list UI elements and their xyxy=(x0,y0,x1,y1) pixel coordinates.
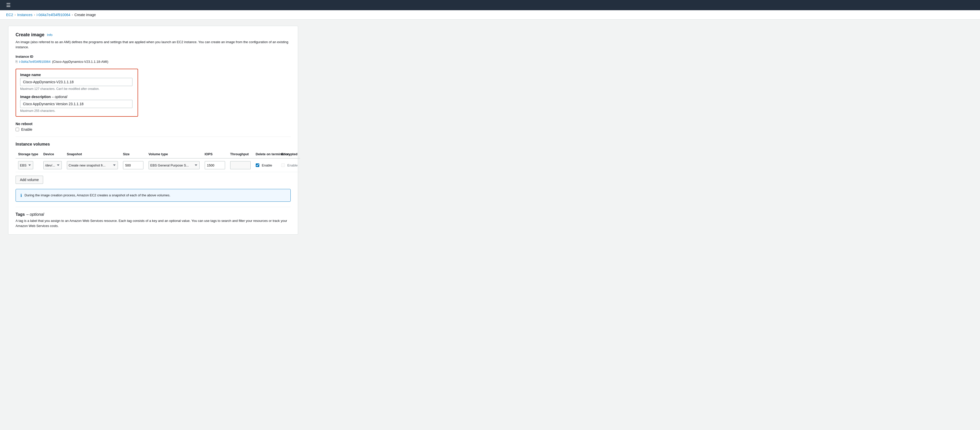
cell-snapshot: Create new snapshot fr... xyxy=(64,158,121,172)
page-description: An image (also referred to as an AMI) de… xyxy=(16,40,291,49)
volumes-section: Instance volumes Storage type Device Sna… xyxy=(16,142,291,184)
col-header-throughput: Throughput xyxy=(228,150,253,158)
top-nav: ☰ xyxy=(0,0,980,10)
info-box: ℹ During the image creation process, Ama… xyxy=(16,189,291,202)
info-link[interactable]: Info xyxy=(47,33,52,37)
device-select[interactable]: /dev/... xyxy=(43,161,62,169)
image-description-input[interactable] xyxy=(20,100,132,108)
col-header-volume-type: Volume type xyxy=(146,150,202,158)
divider-volumes xyxy=(16,137,291,137)
col-header-size: Size xyxy=(121,150,146,158)
cell-device: /dev/... xyxy=(41,158,64,172)
cell-size xyxy=(121,158,146,172)
volumes-table: Storage type Device Snapshot Size Volume… xyxy=(16,150,300,172)
table-header-row: Storage type Device Snapshot Size Volume… xyxy=(16,150,300,158)
breadcrumb-instance-id[interactable]: i-0d4a7e4f34f910064 xyxy=(37,13,70,17)
breadcrumb: EC2 › Instances › i-0d4a7e4f34f910064 › … xyxy=(0,10,980,20)
throughput-input[interactable] xyxy=(230,161,251,169)
delete-on-termination-checkbox[interactable] xyxy=(256,163,259,167)
image-name-input[interactable] xyxy=(20,78,132,86)
instance-id-label: Instance ID xyxy=(16,55,291,59)
tags-title: Tags – optional xyxy=(16,212,291,217)
image-description-label: Image description – optional xyxy=(20,95,134,99)
iops-input[interactable] xyxy=(205,161,225,169)
add-volume-button[interactable]: Add volume xyxy=(16,176,43,184)
info-box-text: During the image creation process, Amazo… xyxy=(24,193,170,198)
cell-throughput xyxy=(228,158,253,172)
no-reboot-section: No reboot Enable xyxy=(16,122,291,132)
main-content: Create image Info An image (also referre… xyxy=(0,20,306,241)
section-header: Create image Info xyxy=(16,32,291,38)
snapshot-select[interactable]: Create new snapshot fr... xyxy=(67,161,118,169)
instance-id-section: Instance ID ⎘ i-0d4a7e4f34f910064 (Cisco… xyxy=(16,55,291,64)
instance-name-text: (Cisco-AppDynamics-V23.1.1.18-AMI) xyxy=(52,60,108,64)
breadcrumb-instances[interactable]: Instances xyxy=(17,13,32,17)
volume-type-select[interactable]: EBS General Purpose S... xyxy=(148,161,200,169)
copy-icon[interactable]: ⎘ xyxy=(16,59,18,64)
no-reboot-checkbox[interactable] xyxy=(16,128,19,131)
no-reboot-checkbox-row: Enable xyxy=(16,127,291,132)
cell-storage-type: EBS xyxy=(16,158,41,172)
volumes-title: Instance volumes xyxy=(16,142,291,147)
cell-iops xyxy=(202,158,228,172)
cell-delete-on-termination: Enable xyxy=(253,158,279,172)
instance-id-link[interactable]: i-0d4a7e4f34f910064 xyxy=(19,60,51,64)
hamburger-menu[interactable]: ☰ xyxy=(4,1,13,9)
breadcrumb-sep-2: › xyxy=(34,13,35,17)
info-box-icon: ℹ xyxy=(21,193,22,198)
cell-encrypted: Enable xyxy=(279,158,300,172)
no-reboot-checkbox-label: Enable xyxy=(21,127,32,132)
table-row: EBS /dev/... Create new snapshot fr... xyxy=(16,158,300,172)
storage-type-select[interactable]: EBS xyxy=(18,161,33,169)
col-header-delete-on-termination: Delete on termination xyxy=(253,150,279,158)
col-header-device: Device xyxy=(41,150,64,158)
page-card: Create image Info An image (also referre… xyxy=(8,26,298,235)
col-header-storage-type: Storage type xyxy=(16,150,41,158)
delete-on-termination-label: Enable xyxy=(262,163,272,167)
image-description-hint: Maximum 255 characters. xyxy=(20,109,134,113)
col-header-snapshot: Snapshot xyxy=(64,150,121,158)
no-reboot-label: No reboot xyxy=(16,122,291,126)
col-header-iops: IOPS xyxy=(202,150,228,158)
encrypted-label: Enable xyxy=(287,163,298,167)
tags-section: Tags – optional A tag is a label that yo… xyxy=(16,212,291,228)
encrypted-checkbox xyxy=(281,163,285,167)
image-description-group: Image description – optional Maximum 255… xyxy=(20,95,134,113)
size-input[interactable] xyxy=(123,161,143,169)
image-name-label: Image name xyxy=(20,73,134,77)
breadcrumb-ec2[interactable]: EC2 xyxy=(6,13,13,17)
tags-description: A tag is a label that you assign to an A… xyxy=(16,218,291,228)
cell-volume-type: EBS General Purpose S... xyxy=(146,158,202,172)
breadcrumb-create-image: Create image xyxy=(75,13,96,17)
image-name-hint: Maximum 127 characters. Can't be modifie… xyxy=(20,87,134,91)
image-name-group: Image name Maximum 127 characters. Can't… xyxy=(20,73,134,91)
col-header-encrypted: Encrypted xyxy=(279,150,300,158)
instance-id-value: ⎘ i-0d4a7e4f34f910064 (Cisco-AppDynamics… xyxy=(16,59,291,64)
breadcrumb-sep-1: › xyxy=(14,13,16,17)
breadcrumb-sep-3: › xyxy=(72,13,73,17)
page-title: Create image xyxy=(16,32,45,38)
